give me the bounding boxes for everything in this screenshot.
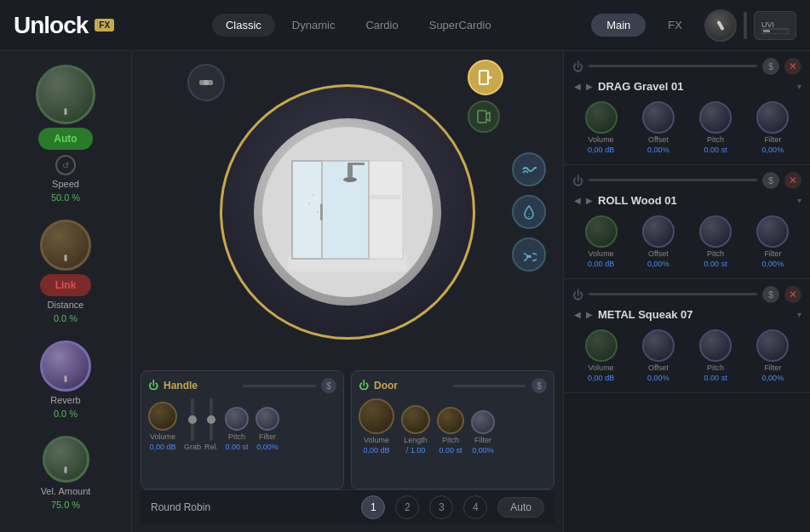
- sound-2-offset-knob[interactable]: [642, 329, 675, 362]
- sound-0-close-btn[interactable]: ✕: [784, 58, 801, 75]
- sound-1-volume-label: Volume: [589, 249, 614, 258]
- door-dollar-btn[interactable]: $: [531, 378, 547, 393]
- round-num-1[interactable]: 1: [361, 495, 385, 519]
- sound-1-expand[interactable]: ▾: [797, 196, 801, 205]
- tab-dynamic[interactable]: Dynamic: [279, 14, 349, 37]
- round-num-3[interactable]: 3: [429, 495, 453, 519]
- vel-label: Vel. Amount: [41, 486, 91, 496]
- main-button[interactable]: Main: [591, 14, 646, 37]
- svg-point-4: [204, 80, 209, 85]
- sound-2-expand[interactable]: ▾: [797, 310, 801, 319]
- svg-rect-18: [371, 195, 400, 199]
- sound-1-offset-knob[interactable]: [642, 215, 675, 248]
- main-layout: Auto ↺ Speed 50.0 % Link Distance 0.0 % …: [0, 51, 810, 532]
- distance-knob[interactable]: [40, 220, 91, 271]
- door-length-knob: Length / 1.00: [401, 405, 430, 455]
- round-robin-label: Round Robin: [151, 501, 210, 513]
- handle-power-icon[interactable]: ⏻: [148, 380, 158, 392]
- tab-classic[interactable]: Classic: [212, 14, 275, 37]
- sound-2-s-btn[interactable]: $: [762, 286, 779, 303]
- handle-filter-control[interactable]: [256, 407, 279, 431]
- link-button[interactable]: Link: [40, 274, 92, 296]
- sound-1-filter-knob[interactable]: [756, 215, 789, 248]
- sound-2-filter-knob[interactable]: [756, 329, 789, 362]
- sound-2-prev[interactable]: ◀: [572, 308, 583, 321]
- tab-cardio[interactable]: Cardio: [352, 14, 411, 37]
- door-volume-label: Volume: [364, 436, 389, 444]
- sound-0-s-btn[interactable]: $: [762, 58, 779, 75]
- sound-1-s-btn[interactable]: $: [762, 172, 779, 189]
- door-length-control[interactable]: [401, 405, 430, 434]
- speed-knob[interactable]: [36, 65, 95, 124]
- sound-2-title-row: ◀ ▶ METAL Squeak 07 ▾: [572, 308, 801, 321]
- round-num-2[interactable]: 2: [395, 495, 419, 519]
- sound-0-offset-label: Offset: [648, 135, 669, 144]
- sound-0-filter-knob[interactable]: [756, 101, 789, 134]
- sound-2-pitch-value: 0.00 st: [704, 374, 727, 382]
- round-num-4[interactable]: 4: [463, 495, 487, 519]
- sound-2-pitch-knob[interactable]: [699, 329, 732, 362]
- sound-1-volume-knob[interactable]: [585, 215, 618, 248]
- sound-1-offset-label: Offset: [648, 249, 669, 258]
- door-power-icon[interactable]: ⏻: [359, 380, 369, 392]
- door-length-label: Length: [404, 436, 428, 444]
- door-pitch-control[interactable]: [437, 407, 464, 434]
- auto-button[interactable]: Auto: [38, 128, 92, 150]
- vel-knob[interactable]: [43, 436, 89, 483]
- sound-2-volume-value: 0,00 dB: [588, 374, 614, 382]
- sound-0-prev[interactable]: ◀: [572, 80, 583, 93]
- sound-1-power[interactable]: ⏻: [572, 174, 583, 187]
- sound-0-expand[interactable]: ▾: [797, 82, 801, 91]
- drop-icon-btn[interactable]: [512, 195, 546, 229]
- sound-0-power[interactable]: ⏻: [572, 60, 583, 73]
- sound-1-volume-value: 0,00 dB: [588, 260, 614, 268]
- sound-2-volume-knob[interactable]: [585, 329, 618, 362]
- sound-2-next[interactable]: ▶: [584, 308, 595, 321]
- handle-pitch-control[interactable]: [225, 407, 249, 431]
- sound-0-filter-label: Filter: [764, 135, 781, 144]
- door-icon-btn[interactable]: [468, 60, 503, 95]
- sound-1-prev[interactable]: ◀: [572, 194, 583, 207]
- rel-track[interactable]: [210, 398, 213, 441]
- svg-point-19: [313, 194, 314, 196]
- sound-row-1-header: ⏻ $ ✕: [572, 172, 801, 189]
- svg-rect-11: [369, 161, 403, 259]
- sound-2-offset-value: 0,00%: [647, 374, 669, 382]
- sound-0-volume-label: Volume: [589, 135, 614, 144]
- svg-rect-5: [480, 71, 488, 84]
- sound-1-next[interactable]: ▶: [584, 194, 595, 207]
- sound-1-close-btn[interactable]: ✕: [784, 172, 801, 189]
- auto-icon[interactable]: ↺: [55, 155, 76, 175]
- right-panel: ⏻ $ ✕ ◀ ▶ DRAG Gravel 01 ▾ Volume 0,00 d…: [563, 51, 810, 532]
- handle-dollar-btn[interactable]: $: [321, 378, 336, 393]
- wave-icon-btn[interactable]: [512, 152, 546, 186]
- handle-volume-control[interactable]: [148, 402, 177, 431]
- link-icon-btn[interactable]: [512, 237, 546, 272]
- sound-0-next[interactable]: ▶: [584, 80, 595, 93]
- sound-0-name: DRAG Gravel 01: [598, 80, 683, 93]
- door-filter-control[interactable]: [471, 410, 495, 434]
- sound-0-knobs: Volume 0,00 dB Offset 0,00% Pitch 0.00 s…: [572, 98, 801, 157]
- door2-icon-btn[interactable]: [468, 100, 500, 133]
- uvi-button[interactable]: UVI: [754, 11, 796, 40]
- handle-icon-btn[interactable]: [187, 64, 225, 101]
- tab-supercardio[interactable]: SuperCardio: [416, 14, 505, 37]
- sound-1-pitch-knob[interactable]: [699, 215, 732, 248]
- svg-rect-13: [322, 161, 369, 259]
- sound-0-volume-knob[interactable]: [585, 101, 618, 134]
- sound-2-close-btn[interactable]: ✕: [784, 286, 801, 303]
- sound-0-pitch-knob[interactable]: [699, 101, 732, 134]
- sound-1-pitch-value: 0.00 st: [704, 260, 727, 268]
- door-volume-control[interactable]: [359, 398, 394, 434]
- sound-2-progress: [589, 293, 757, 295]
- reverb-knob[interactable]: [40, 340, 91, 392]
- sound-0-volume-group: Volume 0,00 dB: [585, 101, 618, 154]
- sound-0-filter-value: 0,00%: [762, 146, 784, 154]
- sound-0-offset-knob[interactable]: [642, 101, 675, 134]
- grab-track[interactable]: [191, 398, 194, 441]
- auto-bottom-btn[interactable]: Auto: [497, 497, 544, 518]
- sound-2-knobs: Volume 0,00 dB Offset 0,00% Pitch 0.00 s…: [572, 326, 801, 386]
- fx-button[interactable]: FX: [652, 14, 698, 37]
- header-knob[interactable]: [704, 9, 737, 42]
- sound-2-power[interactable]: ⏻: [572, 289, 583, 301]
